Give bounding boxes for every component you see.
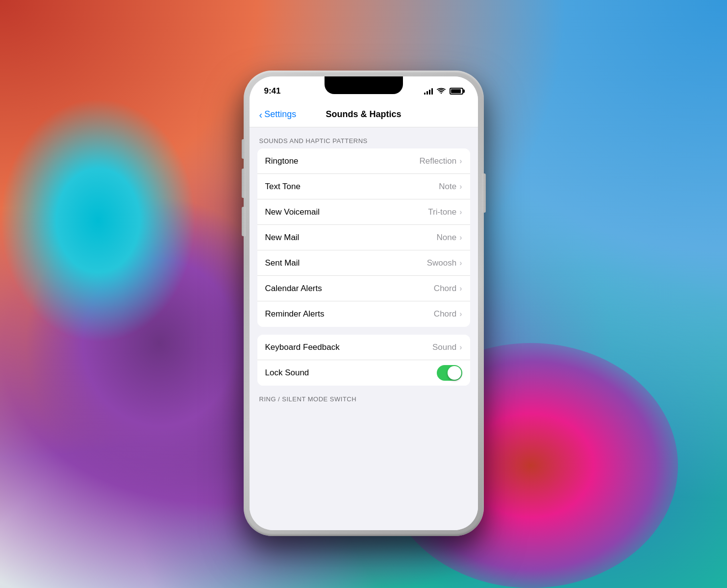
battery-fill	[451, 89, 461, 93]
section-header-sounds: SOUNDS AND HAPTIC PATTERNS	[250, 127, 478, 148]
new-mail-value-wrapper: None ›	[437, 233, 462, 243]
power-button[interactable]	[482, 173, 486, 213]
keyboard-feedback-row[interactable]: Keyboard Feedback Sound ›	[257, 335, 470, 360]
text-tone-label: Text Tone	[265, 182, 301, 192]
signal-icon	[424, 88, 433, 95]
battery-icon	[450, 88, 463, 95]
ringtone-row[interactable]: Ringtone Reflection ›	[257, 148, 470, 174]
silent-button[interactable]	[242, 139, 246, 159]
volume-down-button[interactable]	[242, 207, 246, 236]
calendar-alerts-label: Calendar Alerts	[265, 284, 322, 294]
calendar-alerts-chevron-icon: ›	[459, 284, 462, 293]
keyboard-feedback-value-wrapper: Sound ›	[432, 343, 462, 352]
calendar-alerts-value-wrapper: Chord ›	[434, 284, 462, 294]
reminder-alerts-value-wrapper: Chord ›	[434, 309, 462, 319]
notch	[325, 76, 403, 94]
page-title: Sounds & Haptics	[326, 109, 401, 120]
new-voicemail-label: New Voicemail	[265, 207, 320, 217]
back-button[interactable]: ‹ Settings	[259, 109, 297, 120]
sent-mail-row[interactable]: Sent Mail Swoosh ›	[257, 250, 470, 276]
phone-shell: 9:41	[244, 71, 484, 536]
keyboard-feedback-chevron-icon: ›	[459, 343, 462, 352]
ringtone-value-wrapper: Reflection ›	[420, 156, 462, 166]
text-tone-value: Note	[439, 182, 456, 192]
text-tone-row[interactable]: Text Tone Note ›	[257, 174, 470, 199]
new-mail-value: None	[437, 233, 457, 243]
sent-mail-label: Sent Mail	[265, 258, 300, 268]
sent-mail-chevron-icon: ›	[459, 259, 462, 268]
sent-mail-value-wrapper: Swoosh ›	[427, 258, 462, 268]
lock-sound-label: Lock Sound	[265, 368, 309, 378]
new-voicemail-row[interactable]: New Voicemail Tri-tone ›	[257, 199, 470, 225]
new-mail-label: New Mail	[265, 233, 300, 243]
navigation-bar: ‹ Settings Sounds & Haptics	[250, 102, 478, 127]
wifi-icon	[437, 88, 446, 95]
new-mail-row[interactable]: New Mail None ›	[257, 225, 470, 250]
reminder-alerts-chevron-icon: ›	[459, 310, 462, 318]
section-header-ring-silent: RING / SILENT MODE SWITCH	[250, 386, 478, 407]
calendar-alerts-row[interactable]: Calendar Alerts Chord ›	[257, 276, 470, 301]
new-mail-chevron-icon: ›	[459, 233, 462, 242]
lock-sound-toggle[interactable]	[437, 365, 462, 381]
calendar-alerts-value: Chord	[434, 284, 456, 294]
status-time: 9:41	[264, 86, 281, 96]
phone-device: 9:41	[244, 71, 484, 536]
back-label: Settings	[264, 109, 296, 120]
ringtone-value: Reflection	[420, 156, 457, 166]
lock-sound-row[interactable]: Lock Sound	[257, 360, 470, 386]
ringtone-chevron-icon: ›	[459, 157, 462, 166]
reminder-alerts-label: Reminder Alerts	[265, 309, 325, 319]
toggle-knob	[448, 366, 461, 380]
volume-up-button[interactable]	[242, 169, 246, 198]
sent-mail-value: Swoosh	[427, 258, 456, 268]
settings-content: SOUNDS AND HAPTIC PATTERNS Ringtone Refl…	[250, 127, 478, 530]
sounds-settings-group: Ringtone Reflection › Text Tone Note ›	[257, 148, 470, 327]
new-voicemail-chevron-icon: ›	[459, 208, 462, 217]
phone-screen: 9:41	[250, 76, 478, 530]
new-voicemail-value: Tri-tone	[428, 207, 456, 217]
cyan-swirl-decoration	[0, 98, 196, 343]
keyboard-feedback-label: Keyboard Feedback	[265, 343, 340, 352]
text-tone-value-wrapper: Note ›	[439, 182, 462, 192]
status-icons	[424, 88, 463, 95]
reminder-alerts-value: Chord	[434, 309, 456, 319]
keyboard-feedback-value: Sound	[432, 343, 456, 352]
keyboard-settings-group: Keyboard Feedback Sound › Lock Sound	[257, 335, 470, 386]
ringtone-label: Ringtone	[265, 156, 299, 166]
back-chevron-icon: ‹	[259, 110, 263, 120]
reminder-alerts-row[interactable]: Reminder Alerts Chord ›	[257, 301, 470, 327]
text-tone-chevron-icon: ›	[459, 182, 462, 191]
new-voicemail-value-wrapper: Tri-tone ›	[428, 207, 462, 217]
